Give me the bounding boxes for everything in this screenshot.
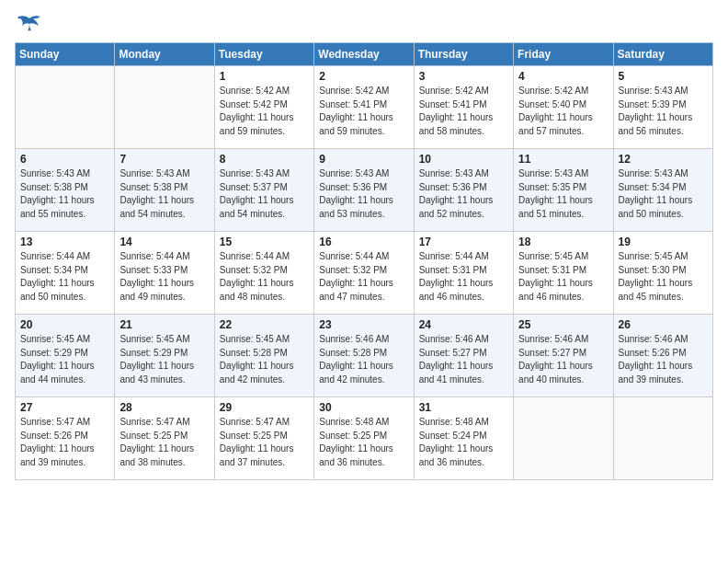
calendar-week-row: 13Sunrise: 5:44 AM Sunset: 5:34 PM Dayli… [16,232,713,315]
day-number: 11 [518,153,608,166]
day-number: 31 [419,401,508,414]
day-info: Sunrise: 5:46 AM Sunset: 5:26 PM Dayligh… [619,333,708,386]
day-number: 15 [220,236,309,248]
day-info: Sunrise: 5:42 AM Sunset: 5:40 PM Dayligh… [518,85,608,138]
calendar-cell: 3Sunrise: 5:42 AM Sunset: 5:41 PM Daylig… [414,66,513,149]
calendar-cell: 16Sunrise: 5:44 AM Sunset: 5:32 PM Dayli… [314,232,414,315]
header-day-monday: Monday [115,43,214,66]
calendar-cell: 12Sunrise: 5:43 AM Sunset: 5:34 PM Dayli… [613,149,712,232]
day-info: Sunrise: 5:45 AM Sunset: 5:31 PM Dayligh… [518,250,608,304]
day-number: 14 [119,236,209,248]
day-info: Sunrise: 5:45 AM Sunset: 5:29 PM Dayligh… [119,333,209,386]
calendar-week-row: 6Sunrise: 5:43 AM Sunset: 5:38 PM Daylig… [16,149,713,232]
calendar-cell [514,397,613,480]
day-number: 5 [619,70,708,83]
day-number: 19 [619,236,708,248]
calendar-cell: 11Sunrise: 5:43 AM Sunset: 5:35 PM Dayli… [514,149,613,232]
calendar-cell: 22Sunrise: 5:45 AM Sunset: 5:28 PM Dayli… [214,315,313,397]
calendar-week-row: 20Sunrise: 5:45 AM Sunset: 5:29 PM Dayli… [16,315,713,397]
day-info: Sunrise: 5:45 AM Sunset: 5:29 PM Dayligh… [20,333,109,386]
day-number: 20 [20,318,109,331]
calendar-header-row: SundayMondayTuesdayWednesdayThursdayFrid… [16,43,713,66]
day-number: 6 [20,153,109,166]
day-number: 9 [319,153,408,166]
day-number: 24 [419,318,508,331]
calendar-cell: 26Sunrise: 5:46 AM Sunset: 5:26 PM Dayli… [613,315,712,397]
calendar-cell: 30Sunrise: 5:48 AM Sunset: 5:25 PM Dayli… [314,397,414,480]
calendar-cell: 6Sunrise: 5:43 AM Sunset: 5:38 PM Daylig… [16,149,115,232]
day-number: 17 [419,236,508,248]
calendar-cell [613,397,712,480]
day-info: Sunrise: 5:45 AM Sunset: 5:30 PM Dayligh… [619,250,708,304]
day-number: 13 [20,236,109,248]
header [15,15,713,31]
day-number: 22 [220,318,309,331]
calendar-cell: 24Sunrise: 5:46 AM Sunset: 5:27 PM Dayli… [414,315,513,397]
calendar-cell: 4Sunrise: 5:42 AM Sunset: 5:40 PM Daylig… [514,66,613,149]
day-info: Sunrise: 5:47 AM Sunset: 5:26 PM Dayligh… [20,416,109,469]
header-day-sunday: Sunday [16,43,115,66]
day-info: Sunrise: 5:44 AM Sunset: 5:34 PM Dayligh… [20,250,109,304]
day-number: 1 [220,70,309,83]
header-day-tuesday: Tuesday [214,43,313,66]
day-number: 18 [518,236,608,248]
day-number: 7 [119,153,209,166]
calendar-cell: 5Sunrise: 5:43 AM Sunset: 5:39 PM Daylig… [613,66,712,149]
calendar-cell: 2Sunrise: 5:42 AM Sunset: 5:41 PM Daylig… [314,66,414,149]
calendar-cell [115,66,214,149]
calendar-cell: 8Sunrise: 5:43 AM Sunset: 5:37 PM Daylig… [214,149,313,232]
header-day-thursday: Thursday [414,43,513,66]
day-number: 30 [319,401,408,414]
day-info: Sunrise: 5:46 AM Sunset: 5:27 PM Dayligh… [518,333,608,386]
calendar-week-row: 1Sunrise: 5:42 AM Sunset: 5:42 PM Daylig… [16,66,713,149]
calendar-cell: 14Sunrise: 5:44 AM Sunset: 5:33 PM Dayli… [115,232,214,315]
day-number: 25 [518,318,608,331]
calendar-cell: 29Sunrise: 5:47 AM Sunset: 5:25 PM Dayli… [214,397,313,480]
calendar-cell: 21Sunrise: 5:45 AM Sunset: 5:29 PM Dayli… [115,315,214,397]
calendar-cell: 7Sunrise: 5:43 AM Sunset: 5:38 PM Daylig… [115,149,214,232]
day-info: Sunrise: 5:44 AM Sunset: 5:31 PM Dayligh… [419,250,508,304]
calendar-cell: 27Sunrise: 5:47 AM Sunset: 5:26 PM Dayli… [16,397,115,480]
day-info: Sunrise: 5:43 AM Sunset: 5:36 PM Dayligh… [319,167,408,221]
header-day-wednesday: Wednesday [314,43,414,66]
day-info: Sunrise: 5:44 AM Sunset: 5:32 PM Dayligh… [319,250,408,304]
calendar-table: SundayMondayTuesdayWednesdayThursdayFrid… [15,42,713,480]
day-number: 23 [319,318,408,331]
day-info: Sunrise: 5:45 AM Sunset: 5:28 PM Dayligh… [220,333,309,386]
day-info: Sunrise: 5:48 AM Sunset: 5:25 PM Dayligh… [319,416,408,469]
calendar-cell: 31Sunrise: 5:48 AM Sunset: 5:24 PM Dayli… [414,397,513,480]
day-info: Sunrise: 5:43 AM Sunset: 5:38 PM Dayligh… [119,167,209,221]
day-number: 2 [319,70,408,83]
day-number: 4 [518,70,608,83]
day-number: 26 [619,318,708,331]
day-info: Sunrise: 5:46 AM Sunset: 5:28 PM Dayligh… [319,333,408,386]
day-info: Sunrise: 5:43 AM Sunset: 5:37 PM Dayligh… [220,167,309,221]
day-info: Sunrise: 5:43 AM Sunset: 5:38 PM Dayligh… [20,167,109,221]
calendar-cell: 28Sunrise: 5:47 AM Sunset: 5:25 PM Dayli… [115,397,214,480]
day-info: Sunrise: 5:42 AM Sunset: 5:41 PM Dayligh… [419,85,508,138]
calendar-cell: 1Sunrise: 5:42 AM Sunset: 5:42 PM Daylig… [214,66,313,149]
logo [15,15,42,31]
day-number: 3 [419,70,508,83]
day-info: Sunrise: 5:48 AM Sunset: 5:24 PM Dayligh… [419,416,508,469]
header-day-saturday: Saturday [613,43,712,66]
header-day-friday: Friday [514,43,613,66]
calendar-cell [16,66,115,149]
calendar-cell: 23Sunrise: 5:46 AM Sunset: 5:28 PM Dayli… [314,315,414,397]
day-info: Sunrise: 5:47 AM Sunset: 5:25 PM Dayligh… [119,416,209,469]
day-info: Sunrise: 5:42 AM Sunset: 5:41 PM Dayligh… [319,85,408,138]
day-number: 28 [119,401,209,414]
day-number: 27 [20,401,109,414]
day-info: Sunrise: 5:43 AM Sunset: 5:36 PM Dayligh… [419,167,508,221]
day-number: 29 [220,401,309,414]
logo-bird-icon [17,15,42,35]
calendar-cell: 20Sunrise: 5:45 AM Sunset: 5:29 PM Dayli… [16,315,115,397]
calendar-cell: 15Sunrise: 5:44 AM Sunset: 5:32 PM Dayli… [214,232,313,315]
day-number: 10 [419,153,508,166]
calendar-cell: 17Sunrise: 5:44 AM Sunset: 5:31 PM Dayli… [414,232,513,315]
day-info: Sunrise: 5:44 AM Sunset: 5:32 PM Dayligh… [220,250,309,304]
calendar-cell: 18Sunrise: 5:45 AM Sunset: 5:31 PM Dayli… [514,232,613,315]
day-number: 12 [619,153,708,166]
day-info: Sunrise: 5:43 AM Sunset: 5:34 PM Dayligh… [619,167,708,221]
day-info: Sunrise: 5:42 AM Sunset: 5:42 PM Dayligh… [220,85,309,138]
